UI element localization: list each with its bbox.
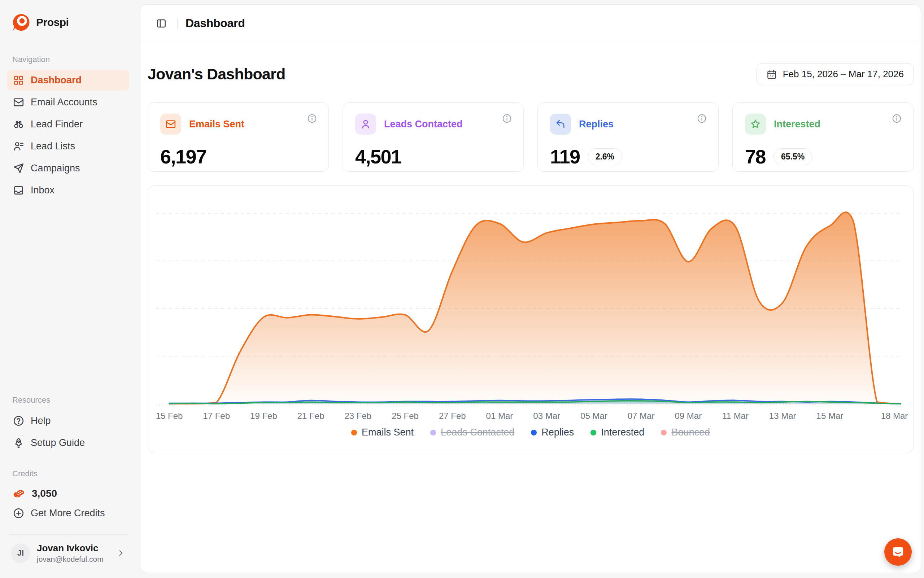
sidebar-item-label: Get More Credits xyxy=(31,508,105,519)
stat-label: Leads Contacted xyxy=(384,119,463,130)
sidebar-resources: Resources Help Setup Guide xyxy=(7,395,129,455)
svg-text:17 Feb: 17 Feb xyxy=(203,411,230,421)
legend-item-emails-sent[interactable]: Emails Sent xyxy=(351,427,414,438)
sidebar-item-label: Email Accounts xyxy=(31,97,98,108)
dashboard-grid-icon xyxy=(13,75,24,86)
info-icon[interactable] xyxy=(697,114,707,123)
activity-chart-card: 15 Feb17 Feb19 Feb21 Feb23 Feb25 Feb27 F… xyxy=(148,185,914,453)
legend-item-bounced[interactable]: Bounced xyxy=(661,427,710,438)
sidebar-spacer xyxy=(7,202,129,392)
star-icon xyxy=(750,119,761,130)
sidebar-item-setup-guide[interactable]: Setup Guide xyxy=(7,433,129,453)
credits-value: 3,050 xyxy=(32,488,57,499)
legend-dot xyxy=(591,430,596,435)
sidebar-item-label: Campaigns xyxy=(31,163,80,174)
svg-text:01 Mar: 01 Mar xyxy=(486,411,513,421)
stat-badge: 65.5% xyxy=(773,148,812,165)
sidebar-divider xyxy=(9,534,128,535)
svg-text:25 Feb: 25 Feb xyxy=(392,411,419,421)
date-range-picker[interactable]: 12 Feb 15, 2026 – Mar 17, 2026 xyxy=(756,63,914,85)
sidebar-item-label: Dashboard xyxy=(31,75,81,86)
info-icon[interactable] xyxy=(502,114,512,123)
stat-value: 4,501 xyxy=(355,145,401,168)
leads-contacted-icon-tile xyxy=(355,114,376,135)
stat-value: 119 xyxy=(550,145,580,168)
legend-label: Interested xyxy=(601,427,644,438)
binoculars-icon xyxy=(13,119,24,130)
send-icon xyxy=(13,163,24,174)
sidebar-toggle-button[interactable] xyxy=(153,16,169,31)
legend-dot xyxy=(531,430,537,435)
sidebar-item-lead-lists[interactable]: Lead Lists xyxy=(7,136,129,157)
svg-text:11 Mar: 11 Mar xyxy=(722,411,748,421)
legend-label: Emails Sent xyxy=(362,427,414,438)
sidebar-item-email-accounts[interactable]: Email Accounts xyxy=(7,92,129,112)
stat-label: Interested xyxy=(774,119,820,130)
help-circle-icon xyxy=(13,415,24,427)
user-email: jovan@kodeful.com xyxy=(37,555,110,563)
user-icon xyxy=(360,119,371,130)
app-name: Prospi xyxy=(36,16,68,29)
interested-icon-tile xyxy=(745,114,766,135)
credits-section-label: Credits xyxy=(12,469,129,479)
svg-text:21 Feb: 21 Feb xyxy=(298,411,324,421)
info-icon[interactable] xyxy=(307,114,317,123)
legend-label: Replies xyxy=(542,427,574,438)
svg-text:12: 12 xyxy=(769,74,773,78)
resources-section-label: Resources xyxy=(12,395,129,405)
sidebar-credits: Credits 3,050 Get More Credits xyxy=(7,469,129,525)
sidebar-item-label: Help xyxy=(31,415,51,427)
svg-text:15 Feb: 15 Feb xyxy=(156,411,183,421)
svg-text:05 Mar: 05 Mar xyxy=(581,411,607,421)
user-meta: Jovan Ivkovic jovan@kodeful.com xyxy=(37,543,110,563)
coins-icon xyxy=(13,489,25,498)
activity-area-chart[interactable]: 15 Feb17 Feb19 Feb21 Feb23 Feb25 Feb27 F… xyxy=(148,186,911,426)
mail-icon xyxy=(13,97,24,108)
get-more-credits-button[interactable]: Get More Credits xyxy=(7,503,129,523)
rocket-icon xyxy=(13,437,24,448)
legend-label: Bounced xyxy=(671,427,710,438)
svg-text:09 Mar: 09 Mar xyxy=(675,411,702,421)
stat-card-interested: Interested 78 65.5% xyxy=(732,102,914,172)
stats-row: Emails Sent 6,197 Leads Co xyxy=(148,102,914,172)
legend-item-interested[interactable]: Interested xyxy=(591,427,644,438)
dashboard-content: Jovan's Dashboard 12 Feb 15, 2026 – Mar … xyxy=(140,63,921,453)
calendar-icon: 12 xyxy=(766,69,777,80)
sidebar-item-label: Lead Finder xyxy=(31,119,83,130)
legend-dot xyxy=(351,430,357,435)
page-breadcrumb-title: Dashboard xyxy=(185,16,245,30)
legend-item-replies[interactable]: Replies xyxy=(531,427,574,438)
svg-text:07 Mar: 07 Mar xyxy=(628,411,655,421)
svg-text:27 Feb: 27 Feb xyxy=(439,411,466,421)
info-icon[interactable] xyxy=(892,114,901,123)
topbar-divider xyxy=(177,18,177,29)
chevron-right-icon xyxy=(116,549,125,558)
legend-item-leads-contacted[interactable]: Leads Contacted xyxy=(430,427,514,438)
credits-balance: 3,050 xyxy=(7,484,129,503)
sidebar-item-campaigns[interactable]: Campaigns xyxy=(7,158,129,179)
sidebar-item-help[interactable]: Help xyxy=(7,411,129,431)
stat-value: 6,197 xyxy=(160,145,207,168)
title-row: Jovan's Dashboard 12 Feb 15, 2026 – Mar … xyxy=(148,63,914,85)
app-logo[interactable]: Prospi xyxy=(7,11,129,34)
emails-sent-icon-tile xyxy=(160,114,181,135)
stat-card-emails-sent: Emails Sent 6,197 xyxy=(148,102,329,172)
stat-badge: 2.6% xyxy=(588,148,622,165)
sidebar-item-lead-finder[interactable]: Lead Finder xyxy=(7,114,129,135)
chat-bubble-icon xyxy=(891,545,905,559)
mail-icon xyxy=(165,119,176,130)
navigation-section-label: Navigation xyxy=(12,55,129,64)
stat-value: 78 xyxy=(745,145,766,168)
svg-text:23 Feb: 23 Feb xyxy=(344,411,371,421)
user-name: Jovan Ivkovic xyxy=(37,543,110,554)
sidebar-item-inbox[interactable]: Inbox xyxy=(7,180,129,201)
svg-text:15 Mar: 15 Mar xyxy=(817,411,844,421)
user-menu[interactable]: JI Jovan Ivkovic jovan@kodeful.com xyxy=(7,537,129,568)
svg-text:19 Feb: 19 Feb xyxy=(250,411,277,421)
chat-launcher-button[interactable] xyxy=(884,538,912,566)
inbox-icon xyxy=(13,185,24,196)
chart-legend: Emails Sent Leads Contacted Replies Inte… xyxy=(148,427,913,438)
sidebar-item-dashboard[interactable]: Dashboard xyxy=(7,70,129,91)
plus-circle-icon xyxy=(13,508,24,519)
user-list-icon xyxy=(13,141,24,152)
